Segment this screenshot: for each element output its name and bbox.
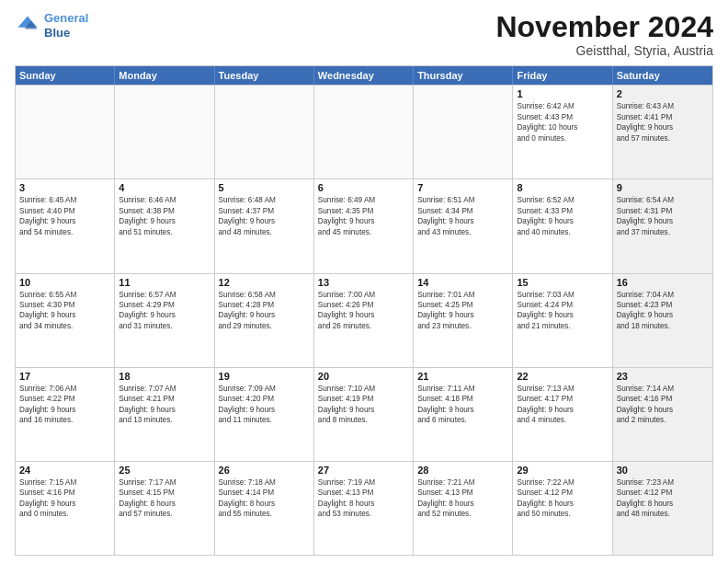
weekday-header: Saturday	[613, 66, 712, 85]
day-number: 11	[119, 277, 210, 288]
day-info: Sunrise: 7:01 AM Sunset: 4:25 PM Dayligh…	[417, 290, 508, 332]
day-number: 8	[517, 182, 608, 193]
calendar-row: 24Sunrise: 7:15 AM Sunset: 4:16 PM Dayli…	[16, 461, 712, 555]
day-info: Sunrise: 7:22 AM Sunset: 4:12 PM Dayligh…	[517, 477, 608, 520]
calendar-cell: 22Sunrise: 7:13 AM Sunset: 4:17 PM Dayli…	[513, 368, 612, 461]
day-number: 1	[517, 88, 608, 99]
day-info: Sunrise: 6:57 AM Sunset: 4:29 PM Dayligh…	[119, 290, 210, 332]
day-info: Sunrise: 7:13 AM Sunset: 4:17 PM Dayligh…	[517, 384, 608, 426]
month-title: November 2024	[495, 11, 713, 43]
day-info: Sunrise: 7:03 AM Sunset: 4:24 PM Dayligh…	[517, 290, 608, 332]
calendar-cell: 1Sunrise: 6:42 AM Sunset: 4:43 PM Daylig…	[513, 86, 612, 178]
day-number: 6	[318, 182, 409, 193]
calendar-cell: 24Sunrise: 7:15 AM Sunset: 4:16 PM Dayli…	[16, 462, 115, 555]
day-info: Sunrise: 7:09 AM Sunset: 4:20 PM Dayligh…	[219, 384, 310, 426]
calendar-cell: 26Sunrise: 7:18 AM Sunset: 4:14 PM Dayli…	[215, 462, 314, 555]
calendar-cell: 23Sunrise: 7:14 AM Sunset: 4:16 PM Dayli…	[613, 368, 712, 461]
calendar-row: 17Sunrise: 7:06 AM Sunset: 4:22 PM Dayli…	[16, 367, 712, 461]
day-info: Sunrise: 6:58 AM Sunset: 4:28 PM Dayligh…	[219, 290, 310, 332]
calendar-cell: 28Sunrise: 7:21 AM Sunset: 4:13 PM Dayli…	[414, 462, 513, 555]
day-number: 3	[19, 182, 110, 193]
calendar-cell: 20Sunrise: 7:10 AM Sunset: 4:19 PM Dayli…	[314, 368, 414, 461]
day-number: 16	[617, 277, 709, 288]
calendar-cell: 16Sunrise: 7:04 AM Sunset: 4:23 PM Dayli…	[613, 274, 712, 367]
day-info: Sunrise: 7:23 AM Sunset: 4:12 PM Dayligh…	[617, 477, 709, 520]
calendar-cell: 3Sunrise: 6:45 AM Sunset: 4:40 PM Daylig…	[16, 179, 115, 272]
day-number: 27	[318, 465, 409, 476]
calendar-cell: 13Sunrise: 7:00 AM Sunset: 4:26 PM Dayli…	[314, 274, 414, 367]
calendar-row: 1Sunrise: 6:42 AM Sunset: 4:43 PM Daylig…	[16, 85, 712, 178]
calendar-cell: 4Sunrise: 6:46 AM Sunset: 4:38 PM Daylig…	[115, 179, 214, 272]
calendar-header: SundayMondayTuesdayWednesdayThursdayFrid…	[16, 66, 712, 85]
weekday-header: Monday	[115, 66, 214, 85]
calendar-cell: 14Sunrise: 7:01 AM Sunset: 4:25 PM Dayli…	[414, 274, 513, 367]
calendar-cell: 9Sunrise: 6:54 AM Sunset: 4:31 PM Daylig…	[613, 179, 712, 272]
subtitle: Geistthal, Styria, Austria	[495, 43, 713, 58]
day-info: Sunrise: 7:18 AM Sunset: 4:14 PM Dayligh…	[219, 477, 310, 520]
weekday-header: Thursday	[414, 66, 513, 85]
calendar-cell: 6Sunrise: 6:49 AM Sunset: 4:35 PM Daylig…	[314, 179, 414, 272]
calendar-body: 1Sunrise: 6:42 AM Sunset: 4:43 PM Daylig…	[16, 85, 712, 555]
day-number: 18	[119, 371, 210, 382]
calendar-cell: 17Sunrise: 7:06 AM Sunset: 4:22 PM Dayli…	[16, 368, 115, 461]
day-number: 12	[219, 277, 310, 288]
calendar-cell	[215, 86, 314, 178]
calendar-cell: 18Sunrise: 7:07 AM Sunset: 4:21 PM Dayli…	[115, 368, 214, 461]
day-number: 21	[417, 371, 508, 382]
day-info: Sunrise: 7:06 AM Sunset: 4:22 PM Dayligh…	[19, 384, 110, 426]
calendar-cell	[414, 86, 513, 178]
day-number: 20	[318, 371, 409, 382]
day-number: 19	[219, 371, 310, 382]
day-number: 25	[119, 465, 210, 476]
day-number: 24	[19, 465, 110, 476]
calendar-cell: 12Sunrise: 6:58 AM Sunset: 4:28 PM Dayli…	[215, 274, 314, 367]
day-number: 2	[617, 88, 709, 99]
calendar-cell: 21Sunrise: 7:11 AM Sunset: 4:18 PM Dayli…	[414, 368, 513, 461]
calendar-cell: 5Sunrise: 6:48 AM Sunset: 4:37 PM Daylig…	[215, 179, 314, 272]
weekday-header: Tuesday	[215, 66, 314, 85]
title-block: November 2024 Geistthal, Styria, Austria	[495, 11, 713, 58]
weekday-header: Sunday	[16, 66, 115, 85]
day-info: Sunrise: 6:43 AM Sunset: 4:41 PM Dayligh…	[617, 101, 709, 144]
day-number: 13	[318, 277, 409, 288]
weekday-header: Friday	[513, 66, 612, 85]
day-number: 14	[417, 277, 508, 288]
day-info: Sunrise: 6:52 AM Sunset: 4:33 PM Dayligh…	[517, 195, 608, 237]
header: General Blue November 2024 Geistthal, St…	[15, 11, 713, 58]
day-info: Sunrise: 7:07 AM Sunset: 4:21 PM Dayligh…	[119, 384, 210, 426]
day-info: Sunrise: 6:49 AM Sunset: 4:35 PM Dayligh…	[318, 195, 409, 237]
day-info: Sunrise: 7:04 AM Sunset: 4:23 PM Dayligh…	[617, 290, 709, 332]
calendar: SundayMondayTuesdayWednesdayThursdayFrid…	[15, 65, 713, 556]
day-number: 23	[617, 371, 709, 382]
calendar-cell	[16, 86, 115, 178]
day-number: 26	[219, 465, 310, 476]
day-number: 29	[517, 465, 608, 476]
weekday-header: Wednesday	[314, 66, 414, 85]
day-number: 9	[617, 182, 709, 193]
day-number: 15	[517, 277, 608, 288]
calendar-row: 3Sunrise: 6:45 AM Sunset: 4:40 PM Daylig…	[16, 178, 712, 272]
day-info: Sunrise: 6:42 AM Sunset: 4:43 PM Dayligh…	[517, 101, 608, 144]
calendar-cell: 7Sunrise: 6:51 AM Sunset: 4:34 PM Daylig…	[414, 179, 513, 272]
logo: General Blue	[15, 11, 88, 40]
day-info: Sunrise: 7:10 AM Sunset: 4:19 PM Dayligh…	[318, 384, 409, 426]
day-number: 17	[19, 371, 110, 382]
day-info: Sunrise: 6:54 AM Sunset: 4:31 PM Dayligh…	[617, 195, 709, 237]
calendar-cell: 11Sunrise: 6:57 AM Sunset: 4:29 PM Dayli…	[115, 274, 214, 367]
day-info: Sunrise: 7:11 AM Sunset: 4:18 PM Dayligh…	[417, 384, 508, 426]
day-number: 7	[417, 182, 508, 193]
day-number: 28	[417, 465, 508, 476]
day-number: 10	[19, 277, 110, 288]
day-info: Sunrise: 6:51 AM Sunset: 4:34 PM Dayligh…	[417, 195, 508, 237]
day-info: Sunrise: 6:46 AM Sunset: 4:38 PM Dayligh…	[119, 195, 210, 237]
calendar-cell: 15Sunrise: 7:03 AM Sunset: 4:24 PM Dayli…	[513, 274, 612, 367]
calendar-cell: 27Sunrise: 7:19 AM Sunset: 4:13 PM Dayli…	[314, 462, 414, 555]
day-info: Sunrise: 7:17 AM Sunset: 4:15 PM Dayligh…	[119, 477, 210, 520]
day-info: Sunrise: 7:00 AM Sunset: 4:26 PM Dayligh…	[318, 290, 409, 332]
day-number: 5	[219, 182, 310, 193]
day-number: 22	[517, 371, 608, 382]
logo-icon	[15, 13, 40, 39]
day-info: Sunrise: 7:19 AM Sunset: 4:13 PM Dayligh…	[318, 477, 409, 520]
day-number: 30	[617, 465, 709, 476]
day-info: Sunrise: 7:14 AM Sunset: 4:16 PM Dayligh…	[617, 384, 709, 426]
